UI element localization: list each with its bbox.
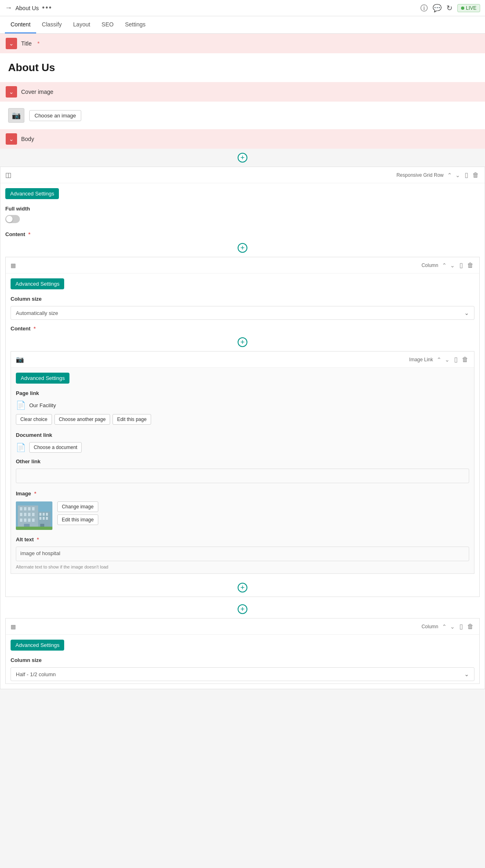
choose-document-button[interactable]: Choose a document xyxy=(29,442,82,453)
info-icon[interactable]: ⓘ xyxy=(420,3,428,13)
add-row-between-columns: + xyxy=(0,600,485,618)
svg-rect-21 xyxy=(46,517,48,520)
more-options-icon[interactable]: ••• xyxy=(42,4,52,12)
image-link-reorder-arrows: ⌃ ⌄ xyxy=(435,356,451,363)
tab-layout[interactable]: Layout xyxy=(67,16,96,33)
add-row-after-image-link: + xyxy=(6,579,479,597)
live-dot xyxy=(461,7,464,10)
top-bar-right: ⓘ 💬 ↻ LIVE xyxy=(420,3,480,13)
body-section-header[interactable]: ⌄ Body xyxy=(0,129,485,149)
title-chevron-icon[interactable]: ⌄ xyxy=(6,38,17,49)
image-link-copy-icon[interactable]: ▯ xyxy=(453,355,459,364)
edit-this-image-button[interactable]: Edit this image xyxy=(57,514,98,525)
image-field-label: Image * xyxy=(11,487,474,498)
image-link-header-right: Image Link ⌃ ⌄ ▯ 🗑 xyxy=(409,355,469,364)
svg-rect-23 xyxy=(16,527,52,530)
add-content-in-column-1[interactable]: + xyxy=(238,337,247,347)
alt-text-input[interactable]: image of hospital xyxy=(16,547,469,561)
column-2-reorder-arrows: ⌃ ⌄ xyxy=(441,623,456,630)
document-link-row: 📄 Choose a document xyxy=(11,440,474,455)
image-link-header: 📷 Image Link ⌃ ⌄ ▯ 🗑 xyxy=(11,352,474,368)
cover-image-section-header[interactable]: ⌄ Cover image xyxy=(0,82,485,102)
tab-settings[interactable]: Settings xyxy=(119,16,152,33)
svg-rect-8 xyxy=(28,513,30,516)
add-between-columns-button[interactable]: + xyxy=(238,604,247,614)
grid-row-type-label: Responsive Grid Row xyxy=(396,172,444,178)
body-chevron-icon[interactable]: ⌄ xyxy=(6,133,17,145)
image-link-advanced-settings-button[interactable]: Advanced Settings xyxy=(16,373,69,384)
svg-rect-16 xyxy=(39,513,41,516)
column-1-down-arrow[interactable]: ⌄ xyxy=(449,262,456,269)
image-link-delete-icon[interactable]: 🗑 xyxy=(461,355,469,364)
column-1-size-label: Column size xyxy=(6,293,479,304)
column-1-size-dropdown[interactable]: Automatically size ⌄ xyxy=(11,306,474,320)
svg-rect-13 xyxy=(32,519,35,522)
change-image-button[interactable]: Change image xyxy=(57,501,98,512)
column-2-advanced-settings-button[interactable]: Advanced Settings xyxy=(11,640,64,651)
svg-rect-18 xyxy=(46,513,48,516)
column-1-header: ▩ Column ⌃ ⌄ ▯ 🗑 xyxy=(6,257,479,273)
edit-this-page-button[interactable]: Edit this page xyxy=(113,414,151,425)
column-2-icon: ▩ xyxy=(11,623,16,630)
tab-classify[interactable]: Classify xyxy=(36,16,67,33)
cover-image-content-area: 📷 Choose an image xyxy=(0,102,485,129)
image-preview-row: Change image Edit this image xyxy=(11,498,474,533)
clear-choice-button[interactable]: Clear choice xyxy=(16,414,52,425)
tab-seo[interactable]: SEO xyxy=(96,16,119,33)
page-link-file-icon: 📄 xyxy=(16,400,26,410)
column-1-up-arrow[interactable]: ⌃ xyxy=(441,262,448,269)
other-link-label: Other link xyxy=(11,455,474,466)
cover-image-chevron-icon[interactable]: ⌄ xyxy=(6,86,17,98)
image-thumb-inner xyxy=(16,501,52,530)
tab-content[interactable]: Content xyxy=(5,16,36,33)
svg-rect-6 xyxy=(20,513,22,516)
title-content-area: About Us xyxy=(0,53,485,82)
add-column-button[interactable]: + xyxy=(238,243,247,253)
column-2-copy-icon[interactable]: ▯ xyxy=(459,622,464,631)
choose-image-button[interactable]: Choose an image xyxy=(29,110,81,121)
add-row-in-column-1: + xyxy=(6,333,479,351)
grid-row-down-arrow[interactable]: ⌄ xyxy=(454,171,461,179)
choose-another-page-button[interactable]: Choose another page xyxy=(54,414,110,425)
back-arrow-icon[interactable]: → xyxy=(5,4,12,12)
about-us-title: About Us xyxy=(8,61,477,74)
full-width-toggle[interactable] xyxy=(5,215,20,223)
column-1-advanced-settings-button[interactable]: Advanced Settings xyxy=(11,278,64,289)
other-link-input[interactable] xyxy=(16,469,469,483)
image-link-block: 📷 Image Link ⌃ ⌄ ▯ 🗑 Advanced Settings xyxy=(11,351,474,574)
grid-row-copy-icon[interactable]: ▯ xyxy=(464,170,469,180)
column-1-header-right: Column ⌃ ⌄ ▯ 🗑 xyxy=(422,260,474,270)
image-link-up-arrow[interactable]: ⌃ xyxy=(435,356,443,363)
grid-row-icon: ◫ xyxy=(5,171,11,179)
svg-rect-12 xyxy=(28,519,30,522)
title-section-header[interactable]: ⌄ Title * xyxy=(0,34,485,53)
add-after-image-link-button[interactable]: + xyxy=(238,583,247,592)
grid-row-up-arrow[interactable]: ⌃ xyxy=(446,171,453,179)
comment-icon[interactable]: 💬 xyxy=(433,4,442,13)
image-link-down-arrow[interactable]: ⌄ xyxy=(444,356,451,363)
column-2-size-dropdown[interactable]: Half - 1/2 column ⌄ xyxy=(11,667,474,681)
document-link-label: Document link xyxy=(11,429,474,440)
grid-row-delete-icon[interactable]: 🗑 xyxy=(472,171,480,180)
column-2-delete-icon[interactable]: 🗑 xyxy=(466,622,474,631)
column-1-size-value: Automatically size xyxy=(16,310,58,316)
title-label: Title xyxy=(21,40,32,47)
svg-rect-10 xyxy=(20,519,22,522)
column-1-delete-icon[interactable]: 🗑 xyxy=(466,261,474,270)
column-2-up-arrow[interactable]: ⌃ xyxy=(441,623,448,630)
image-thumbnail xyxy=(16,501,52,530)
column-1-dropdown-chevron-icon: ⌄ xyxy=(464,310,469,316)
column-2-header: ▩ Column ⌃ ⌄ ▯ 🗑 xyxy=(6,618,479,635)
grid-row-block-header-right: Responsive Grid Row ⌃ ⌄ ▯ 🗑 xyxy=(396,170,480,180)
svg-rect-7 xyxy=(24,513,26,516)
grid-row-block-header: ◫ Responsive Grid Row ⌃ ⌄ ▯ 🗑 xyxy=(0,167,485,183)
live-button[interactable]: LIVE xyxy=(457,4,480,12)
main-content: ⌄ Title * About Us ⌄ Cover image 📷 Choos… xyxy=(0,34,485,868)
grid-row-advanced-settings-button[interactable]: Advanced Settings xyxy=(5,188,59,199)
history-icon[interactable]: ↻ xyxy=(446,4,453,13)
column-1-content-label: Content * xyxy=(6,322,479,333)
add-block-button-top[interactable]: + xyxy=(238,153,247,163)
column-2-down-arrow[interactable]: ⌄ xyxy=(449,623,456,630)
page-link-label: Page link xyxy=(11,387,474,398)
column-1-copy-icon[interactable]: ▯ xyxy=(459,260,464,270)
